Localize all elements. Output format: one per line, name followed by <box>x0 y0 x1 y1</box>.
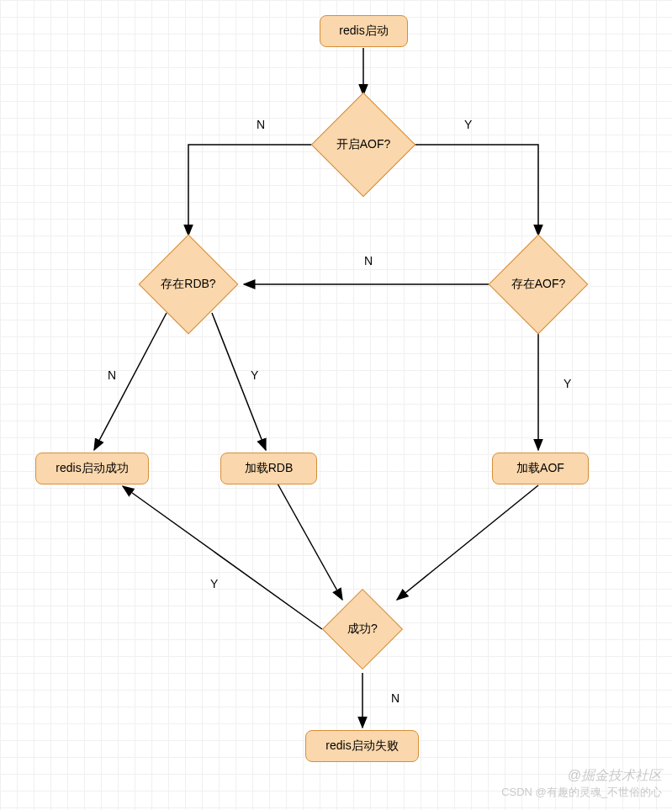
node-redis-success: redis启动成功 <box>35 453 149 484</box>
watermark-1: @掘金技术社区 <box>568 767 662 785</box>
node-load-rdb-label: 加载RDB <box>245 461 294 476</box>
node-aof-exists: 存在AOF? <box>503 249 574 320</box>
node-load-aof-label: 加载AOF <box>516 461 564 476</box>
node-aof-enabled-label: 开启AOF? <box>336 137 391 152</box>
watermark-2: CSDN @有趣的灵魂_不世俗的心 <box>501 785 662 800</box>
node-success-label: 成功? <box>347 622 378 637</box>
label-aofexists-y: Y <box>564 377 571 390</box>
node-load-rdb: 加载RDB <box>220 453 317 484</box>
label-aof-n: N <box>257 118 265 131</box>
label-rdb-y: Y <box>251 368 258 382</box>
label-success-n: N <box>391 691 399 705</box>
node-start-label: redis启动 <box>339 24 388 39</box>
node-load-aof: 加载AOF <box>492 453 589 484</box>
label-success-y: Y <box>210 577 218 590</box>
node-start: redis启动 <box>320 15 408 47</box>
node-redis-fail-label: redis启动失败 <box>325 739 398 754</box>
label-aof-y: Y <box>464 118 472 131</box>
node-aof-exists-label: 存在AOF? <box>511 277 566 292</box>
node-rdb-exists: 存在RDB? <box>153 249 224 320</box>
node-success: 成功? <box>334 601 391 658</box>
node-aof-enabled: 开启AOF? <box>326 108 400 182</box>
node-redis-fail: redis启动失败 <box>305 730 419 762</box>
label-aofexists-n: N <box>364 254 373 267</box>
node-redis-success-label: redis启动成功 <box>56 461 128 476</box>
label-rdb-n: N <box>108 368 116 382</box>
node-rdb-exists-label: 存在RDB? <box>161 277 215 292</box>
